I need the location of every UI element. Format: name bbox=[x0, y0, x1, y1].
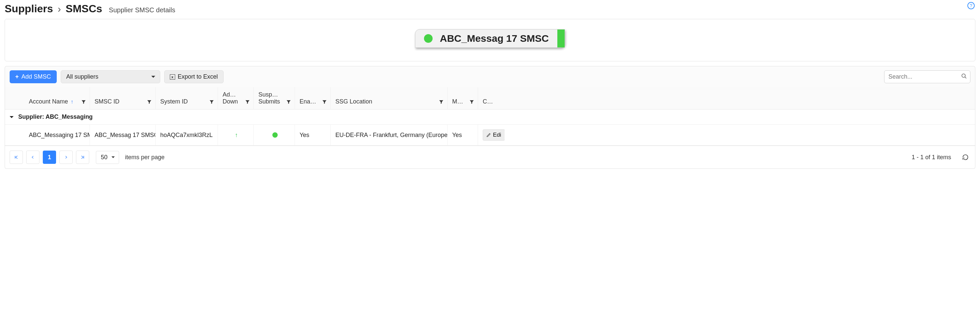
plus-icon: + bbox=[15, 73, 19, 80]
export-excel-label: Export to Excel bbox=[178, 73, 218, 80]
search-input[interactable] bbox=[884, 70, 970, 83]
col-smsc-id[interactable]: SMSC ID bbox=[90, 87, 156, 109]
filter-icon[interactable] bbox=[81, 99, 86, 105]
cell-ssg-location: EU-DE-FRA - Frankfurt, Germany (Europe) bbox=[331, 125, 447, 145]
pager-range: 1 - 1 of 1 items bbox=[912, 154, 951, 161]
cell-system-id: hoAQCa7xmkl3RzL bbox=[156, 125, 218, 145]
pager: 1 50 items per page 1 - 1 of 1 items bbox=[5, 146, 975, 169]
table-row: ABC_Messaging 17 SMSC ABC_Messag 17 SMSC… bbox=[5, 125, 975, 146]
filter-icon[interactable] bbox=[439, 99, 444, 105]
data-grid: Account Name ↑ SMSC ID System ID Adm… Do… bbox=[5, 87, 975, 146]
sort-asc-icon[interactable]: ↑ bbox=[71, 99, 73, 105]
add-smsc-button[interactable]: + Add SMSC bbox=[10, 70, 57, 83]
col-admin-down-label2: Down bbox=[223, 98, 240, 105]
chevron-right-icon: › bbox=[58, 3, 61, 14]
pager-prev-button[interactable] bbox=[26, 151, 40, 164]
status-dot-icon bbox=[424, 34, 433, 43]
row-expander bbox=[5, 125, 14, 145]
col-account-name-label: Account Name bbox=[29, 98, 68, 105]
filter-icon[interactable] bbox=[245, 99, 250, 105]
page-size-value: 50 bbox=[101, 154, 108, 160]
profile-chip[interactable]: ABC_Messag 17 SMSC bbox=[415, 29, 565, 48]
filter-icon[interactable] bbox=[146, 99, 152, 105]
col-admin-down[interactable]: Adm… Down bbox=[218, 87, 254, 109]
help-icon[interactable]: ? bbox=[967, 2, 975, 9]
col-ssg-label: SSG Location bbox=[336, 98, 372, 105]
col-suspend-submits[interactable]: Suspe… Submits bbox=[254, 87, 295, 109]
cell-smsc-id: ABC_Messag 17 SMSC bbox=[90, 125, 156, 145]
col-smsc-id-label: SMSC ID bbox=[95, 98, 119, 105]
col-commands-label: Comma bbox=[483, 98, 494, 105]
cell-mo: Yes bbox=[447, 125, 478, 145]
col-commands: Comma bbox=[478, 87, 507, 109]
supplier-filter-dropdown[interactable]: All suppliers bbox=[61, 70, 160, 83]
col-ssg-location[interactable]: SSG Location bbox=[331, 87, 447, 109]
supplier-filter-value: All suppliers bbox=[66, 73, 99, 80]
status-bar bbox=[557, 30, 565, 48]
chevron-down-icon bbox=[10, 116, 14, 120]
cell-suspend-submits bbox=[254, 125, 295, 145]
pager-page-current[interactable]: 1 bbox=[43, 151, 56, 164]
grid-toolbar: + Add SMSC All suppliers x Export to Exc… bbox=[5, 66, 975, 87]
grid-header-row: Account Name ↑ SMSC ID System ID Adm… Do… bbox=[5, 87, 975, 110]
edit-label: Edi bbox=[493, 132, 501, 138]
add-smsc-label: Add SMSC bbox=[22, 73, 51, 80]
col-admin-down-label1: Adm… bbox=[223, 91, 240, 98]
filter-icon[interactable] bbox=[322, 99, 327, 105]
profile-title: ABC_Messag 17 SMSC bbox=[440, 33, 549, 44]
cell-admin-down: ↑ bbox=[218, 125, 254, 145]
col-mo[interactable]: Mo… bbox=[447, 87, 478, 109]
col-account-name[interactable]: Account Name ↑ bbox=[14, 87, 90, 109]
cell-commands: Edi bbox=[478, 125, 504, 145]
col-enabled-label: Ena… bbox=[299, 98, 316, 105]
group-label: Supplier: ABC_Messaging bbox=[18, 113, 92, 121]
page-subtitle: Supplier SMSC details bbox=[109, 6, 175, 14]
breadcrumb: Suppliers › SMSCs Supplier SMSC details bbox=[5, 3, 975, 15]
filter-icon[interactable] bbox=[286, 99, 291, 105]
pager-first-button[interactable] bbox=[10, 151, 23, 164]
cell-account-name: ABC_Messaging 17 SMSC bbox=[14, 125, 90, 145]
export-excel-button[interactable]: x Export to Excel bbox=[164, 70, 224, 83]
arrow-up-icon: ↑ bbox=[235, 132, 238, 139]
breadcrumb-root[interactable]: Suppliers bbox=[5, 3, 53, 15]
breadcrumb-current: SMSCs bbox=[66, 3, 102, 15]
page-size-dropdown[interactable]: 50 bbox=[96, 151, 119, 164]
col-system-id-label: System ID bbox=[160, 98, 188, 105]
col-suspend-label2: Submits bbox=[258, 98, 281, 105]
items-per-page-label: items per page bbox=[125, 154, 165, 161]
pencil-icon bbox=[486, 133, 491, 137]
status-dot-icon bbox=[272, 132, 278, 138]
col-suspend-label1: Suspe… bbox=[258, 91, 281, 98]
filter-icon[interactable] bbox=[209, 99, 214, 105]
pager-last-button[interactable] bbox=[76, 151, 89, 164]
col-system-id[interactable]: System ID bbox=[156, 87, 218, 109]
group-row-supplier[interactable]: Supplier: ABC_Messaging bbox=[5, 110, 975, 125]
cell-enabled: Yes bbox=[295, 125, 331, 145]
col-enabled[interactable]: Ena… bbox=[295, 87, 331, 109]
pager-next-button[interactable] bbox=[59, 151, 73, 164]
col-mo-label: Mo… bbox=[452, 98, 465, 105]
col-expander bbox=[5, 87, 14, 109]
search-box bbox=[884, 70, 970, 83]
filter-icon[interactable] bbox=[469, 99, 474, 105]
excel-icon: x bbox=[170, 74, 175, 79]
refresh-button[interactable] bbox=[961, 152, 970, 162]
profile-card: ABC_Messag 17 SMSC bbox=[5, 19, 975, 61]
edit-button[interactable]: Edi bbox=[483, 129, 504, 141]
